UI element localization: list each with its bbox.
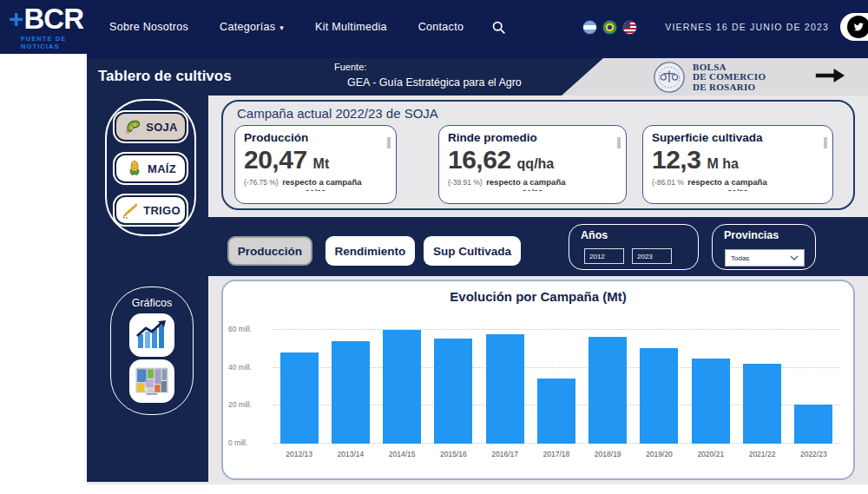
bar-2013/14[interactable] <box>332 341 370 444</box>
provinces-label: Provincias <box>724 229 815 241</box>
treemap-icon <box>135 366 168 396</box>
source-value: GEA - Guía Estratégica para el Agro <box>347 76 522 89</box>
tab-produccion[interactable]: Producción <box>227 236 312 266</box>
menu-item-categorias[interactable]: Categorías▾ <box>220 21 284 33</box>
bar-chart-view-button[interactable] <box>131 315 173 355</box>
x-axis-tick-label: 2021/22 <box>736 450 787 458</box>
card-scrollbar[interactable] <box>824 137 827 148</box>
soybean-icon <box>123 117 142 136</box>
kpi-delta: (-39.91 %) <box>448 178 483 187</box>
bar-2021/22[interactable] <box>743 364 781 444</box>
kpi-card-produccion: Producción 20,47 Mt (-76.75 %) respecto … <box>234 125 397 204</box>
bar-2022/23[interactable] <box>794 405 832 444</box>
bcr-seal-icon <box>653 61 686 94</box>
brazil-flag-icon[interactable] <box>602 20 617 35</box>
y-axis-tick-label: 40 mill. <box>228 363 268 372</box>
campaign-summary-box: Campaña actual 2022/23 de SOJA Producció… <box>221 100 855 210</box>
current-date: VIERNES 16 DE JUNIO DE 2023 <box>665 22 829 32</box>
graficos-group: Gráficos <box>110 287 194 415</box>
provinces-select[interactable]: Todas <box>725 249 805 267</box>
argentina-flag-icon[interactable] <box>582 20 597 35</box>
kpi-unit: M ha <box>707 156 738 172</box>
kpi-value: 20,47 <box>244 145 307 175</box>
x-axis-tick-label: 2017/18 <box>530 450 582 458</box>
card-scrollbar[interactable] <box>617 137 621 148</box>
crop-button-soja[interactable]: SOJA <box>115 112 187 142</box>
kpi-label: Producción <box>244 131 387 144</box>
bars-container: 2012/132013/142014/152015/162016/172017/… <box>273 323 839 444</box>
card-scrollbar[interactable] <box>387 137 391 148</box>
search-icon[interactable] <box>491 20 506 35</box>
kpi-delta: (-76.75 %) <box>244 178 279 187</box>
corn-icon <box>125 159 144 178</box>
bcr-org-logo: BOLSA DE COMERCIO DE ROSARIO <box>653 61 766 94</box>
chart-card: Evolución por Campaña (Mt) 0 mill.20 mil… <box>221 280 855 480</box>
kpi-label: Superficie cultivada <box>652 131 824 144</box>
years-filter-group: Años <box>569 224 699 270</box>
crop-label-soja: SOJA <box>146 121 178 134</box>
kpi-unit: Mt <box>313 156 330 172</box>
chart-title: Evolución por Campaña (Mt) <box>223 289 853 304</box>
kpi-note: respecto a campaña <box>687 177 766 187</box>
usa-flag-icon[interactable] <box>622 20 637 35</box>
menu-item-sobre-nosotros[interactable]: Sobre Nosotros <box>109 21 188 33</box>
bar-slot: 2019/20 <box>634 323 685 444</box>
bcr-logo-plus-icon: + <box>9 6 24 32</box>
twitter-icon[interactable] <box>847 16 868 38</box>
crop-selector-group: SOJA MAÍZ TRIGO <box>105 99 196 236</box>
crop-button-maiz[interactable]: MAÍZ <box>115 154 187 183</box>
social-links <box>840 13 868 41</box>
bcr-logo-tagline: FUENTE DE NOTICIAS <box>21 35 83 50</box>
wheat-icon <box>121 201 140 220</box>
y-axis-tick-label: 0 mill. <box>228 438 268 447</box>
bcr-logo[interactable]: + BCR FUENTE DE NOTICIAS <box>9 4 83 50</box>
bar-slot: 2012/13 <box>273 323 325 444</box>
bar-2016/17[interactable] <box>486 334 524 444</box>
bar-2017/18[interactable] <box>537 379 575 444</box>
bar-2012/13[interactable] <box>280 352 319 444</box>
year-to-input[interactable] <box>632 248 672 264</box>
y-axis-tick-label: 60 mill. <box>228 325 268 333</box>
dashboard-title-band: Tablero de cultivos Fuente: GEA - Guía E… <box>87 58 603 96</box>
filter-band: Producción Rendimiento Sup Cultivada Año… <box>208 217 868 276</box>
bar-2014/15[interactable] <box>383 330 421 444</box>
x-axis-tick-label: 2020/21 <box>685 450 736 458</box>
chevron-down-icon <box>790 254 799 262</box>
x-axis-tick-label: 2016/17 <box>479 450 530 458</box>
tab-rendimiento[interactable]: Rendimiento <box>326 236 415 266</box>
bar-slot: 2015/16 <box>428 323 479 444</box>
menu-item-categorias-label: Categorías <box>220 21 275 33</box>
arrow-right-icon[interactable] <box>814 66 845 89</box>
plot-area: 0 mill.20 mill.40 mill.60 mill.2012/1320… <box>273 323 839 444</box>
crop-label-maiz: MAÍZ <box>148 162 176 175</box>
years-label: Años <box>581 229 698 241</box>
bar-2019/20[interactable] <box>640 348 678 444</box>
kpi-note: respecto a campaña <box>282 177 361 187</box>
bar-chart-trend-icon <box>135 319 168 351</box>
menu-item-contacto[interactable]: Contacto <box>418 21 464 33</box>
bcr-org-name: BOLSA DE COMERCIO DE ROSARIO <box>693 63 766 93</box>
bar-slot: 2020/21 <box>685 323 736 444</box>
year-from-input[interactable] <box>584 248 624 264</box>
menu-item-kit-multimedia[interactable]: Kit Multimedia <box>315 21 387 33</box>
treemap-view-button[interactable] <box>131 361 173 401</box>
chevron-down-icon: ▾ <box>279 23 284 32</box>
main-menu: Sobre Nosotros Categorías▾ Kit Multimedi… <box>109 21 464 33</box>
kpi-card-superficie: Superficie cultivada 12,3 M ha (-86.01 %… <box>642 125 833 204</box>
bar-slot: 2021/22 <box>736 323 787 444</box>
x-axis-tick-label: 2022/23 <box>788 450 839 458</box>
bar-2015/16[interactable] <box>434 339 472 444</box>
kpi-note2: 21/22 <box>448 188 617 191</box>
source-label: Fuente: <box>334 62 366 72</box>
kpi-unit: qq/ha <box>517 156 555 172</box>
tab-sup-cultivada[interactable]: Sup Cultivada <box>424 236 521 266</box>
bar-2020/21[interactable] <box>692 359 730 444</box>
bar-2018/19[interactable] <box>589 337 627 444</box>
provinces-selected-value: Todas <box>731 254 749 262</box>
kpi-note2: 21/22 <box>244 188 387 191</box>
crop-dashboard: BOLSA DE COMERCIO DE ROSARIO Tablero de … <box>87 54 868 484</box>
crop-button-trigo[interactable]: TRIGO <box>115 195 187 225</box>
x-axis-tick-label: 2012/13 <box>273 450 325 458</box>
x-axis-tick-label: 2014/15 <box>377 450 428 458</box>
main-content: Campaña actual 2022/23 de SOJA Producció… <box>208 96 868 484</box>
